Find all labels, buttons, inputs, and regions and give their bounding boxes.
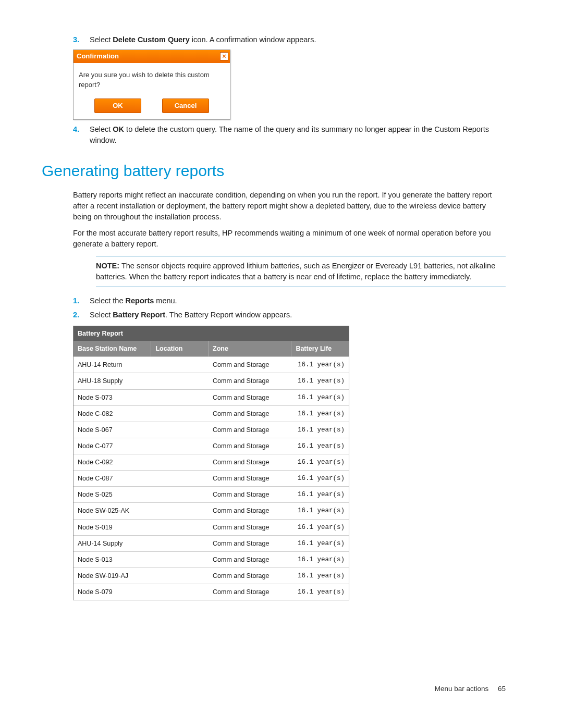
cell-life: 16.1 year(s) [291, 536, 349, 551]
cell-zone: Comm and Storage [209, 390, 291, 405]
cell-life: 16.1 year(s) [291, 520, 349, 535]
cell-location [151, 568, 209, 584]
cell-location [151, 584, 209, 600]
table-row[interactable]: Node S-067Comm and Storage16.1 year(s) [74, 422, 349, 438]
table-row[interactable]: Node S-079Comm and Storage16.1 year(s) [74, 584, 349, 600]
paragraph: Battery reports might reflect an inaccur… [73, 190, 506, 223]
step-number: 2. [73, 310, 90, 320]
confirmation-dialog: Confirmation × Are you sure you wish to … [73, 50, 230, 120]
cell-name: Node S-067 [74, 422, 151, 438]
cell-location [151, 536, 209, 551]
section-heading: Generating battery reports [42, 159, 506, 182]
cell-location [151, 390, 209, 405]
table-row[interactable]: Node C-087Comm and Storage16.1 year(s) [74, 470, 349, 486]
text: Select the [90, 297, 126, 305]
cell-zone: Comm and Storage [209, 520, 291, 535]
cell-name: Node C-092 [74, 454, 151, 470]
close-icon[interactable]: × [220, 52, 228, 60]
cell-life: 16.1 year(s) [291, 503, 349, 519]
table-row[interactable]: AHU-14 SupplyComm and Storage16.1 year(s… [74, 535, 349, 551]
col-header-name[interactable]: Base Station Name [74, 341, 151, 356]
cell-location [151, 552, 209, 567]
dialog-title: Confirmation [77, 52, 119, 61]
note-text: The sensor objects require approved lith… [96, 262, 495, 281]
step-body: Select Delete Custom Query icon. A confi… [90, 34, 506, 45]
cell-name: Node C-082 [74, 406, 151, 422]
cell-location [151, 520, 209, 535]
cell-name: Node SW-025-AK [74, 503, 151, 519]
col-header-life[interactable]: Battery Life [291, 341, 349, 356]
step-2: 2. Select Battery Report. The Battery Re… [73, 310, 506, 320]
cell-name: AHU-14 Supply [74, 536, 151, 551]
cell-life: 16.1 year(s) [291, 568, 349, 584]
cancel-button[interactable]: Cancel [162, 98, 209, 114]
col-header-zone[interactable]: Zone [209, 341, 291, 356]
step-number: 3. [73, 34, 90, 45]
cell-zone: Comm and Storage [209, 568, 291, 584]
step-number: 4. [73, 124, 90, 146]
text: Select [90, 125, 113, 133]
cell-name: Node C-087 [74, 471, 151, 486]
cell-life: 16.1 year(s) [291, 552, 349, 567]
cell-life: 16.1 year(s) [291, 390, 349, 405]
text: to delete the custom query. The name of … [90, 125, 489, 144]
cell-name: Node SW-019-AJ [74, 568, 151, 584]
table-row[interactable]: Node C-082Comm and Storage16.1 year(s) [74, 405, 349, 422]
cell-location [151, 487, 209, 502]
table-row[interactable]: Node S-073Comm and Storage16.1 year(s) [74, 389, 349, 405]
cell-name: Node S-073 [74, 390, 151, 405]
note-label: NOTE: [96, 262, 119, 270]
table-row[interactable]: Node SW-025-AKComm and Storage16.1 year(… [74, 502, 349, 519]
step-4: 4. Select OK to delete the custom query.… [73, 124, 506, 146]
table-row[interactable]: Node C-077Comm and Storage16.1 year(s) [74, 438, 349, 454]
cell-location [151, 373, 209, 389]
cell-life: 16.1 year(s) [291, 438, 349, 454]
table-row[interactable]: Node C-092Comm and Storage16.1 year(s) [74, 454, 349, 470]
cell-name: Node S-079 [74, 584, 151, 600]
cell-life: 16.1 year(s) [291, 454, 349, 470]
report-title: Battery Report [74, 326, 349, 341]
cell-name: Node C-077 [74, 438, 151, 454]
cell-location [151, 503, 209, 519]
report-header-row: Base Station Name Location Zone Battery … [74, 341, 349, 356]
cell-zone: Comm and Storage [209, 503, 291, 519]
cell-location [151, 406, 209, 422]
table-row[interactable]: Node S-019Comm and Storage16.1 year(s) [74, 519, 349, 535]
step-body: Select Battery Report. The Battery Repor… [90, 310, 506, 320]
cell-life: 16.1 year(s) [291, 373, 349, 389]
cell-name: Node S-019 [74, 520, 151, 535]
cell-life: 16.1 year(s) [291, 357, 349, 373]
text: icon. A confirmation window appears. [190, 35, 316, 44]
battery-report-table: Battery Report Base Station Name Locatio… [73, 326, 349, 600]
col-header-location[interactable]: Location [151, 341, 209, 356]
text: menu. [154, 297, 177, 305]
bold-text: Delete Custom Query [113, 35, 189, 44]
cell-life: 16.1 year(s) [291, 584, 349, 600]
step-number: 1. [73, 295, 90, 306]
cell-name: AHU-18 Supply [74, 373, 151, 389]
table-row[interactable]: Node S-013Comm and Storage16.1 year(s) [74, 551, 349, 567]
table-row[interactable]: AHU-14 ReturnComm and Storage16.1 year(s… [74, 356, 349, 373]
table-row[interactable]: AHU-18 SupplyComm and Storage16.1 year(s… [74, 373, 349, 389]
page-footer: Menu bar actions 65 [57, 684, 506, 694]
step-body: Select the Reports menu. [90, 295, 506, 306]
bold-text: Reports [126, 297, 154, 305]
cell-location [151, 438, 209, 454]
cell-life: 16.1 year(s) [291, 422, 349, 438]
cell-name: Node S-013 [74, 552, 151, 567]
ok-button[interactable]: OK [94, 98, 141, 114]
cell-zone: Comm and Storage [209, 454, 291, 470]
cell-zone: Comm and Storage [209, 487, 291, 502]
cell-location [151, 357, 209, 373]
bold-text: OK [113, 125, 124, 133]
cell-zone: Comm and Storage [209, 536, 291, 551]
table-row[interactable]: Node S-025Comm and Storage16.1 year(s) [74, 486, 349, 502]
cell-zone: Comm and Storage [209, 471, 291, 486]
text: . The Battery Report window appears. [165, 311, 292, 319]
cell-zone: Comm and Storage [209, 584, 291, 600]
table-row[interactable]: Node SW-019-AJComm and Storage16.1 year(… [74, 567, 349, 584]
note-block: NOTE: The sensor objects require approve… [96, 256, 506, 287]
dialog-titlebar: Confirmation × [74, 50, 230, 63]
cell-life: 16.1 year(s) [291, 471, 349, 486]
cell-zone: Comm and Storage [209, 373, 291, 389]
